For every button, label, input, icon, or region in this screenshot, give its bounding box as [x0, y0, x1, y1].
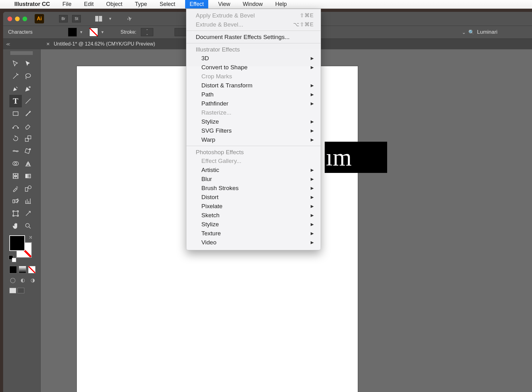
menu-item-blur[interactable]: Blur▶	[186, 174, 321, 184]
draw-inside-icon[interactable]: ◑	[29, 277, 36, 283]
width-tool[interactable]	[9, 145, 22, 157]
menu-app-name[interactable]: Illustrator CC	[12, 0, 52, 8]
menu-item-stylize[interactable]: Stylize▶	[186, 220, 321, 229]
zoom-tool[interactable]	[22, 220, 34, 232]
menu-item-warp[interactable]: Warp▶	[186, 135, 321, 144]
menu-help[interactable]: Help	[273, 0, 289, 8]
blend-tool[interactable]	[22, 182, 34, 195]
menu-file[interactable]: File	[60, 0, 74, 8]
menu-item-pixelate[interactable]: Pixelate▶	[186, 202, 321, 211]
menu-item-rasterize-[interactable]: Rasterize...	[186, 108, 321, 117]
rectangle-tool[interactable]	[9, 107, 22, 120]
color-mode-solid-icon[interactable]	[9, 266, 17, 273]
svg-point-13	[28, 186, 31, 189]
arrange-documents-icon[interactable]	[95, 16, 102, 22]
menu-item-3d[interactable]: 3D▶	[186, 54, 321, 63]
font-search-input[interactable]	[477, 29, 527, 35]
lasso-tool[interactable]	[22, 70, 34, 82]
shaper-tool[interactable]	[9, 120, 22, 132]
document-tab[interactable]: ✕ Untitled-1* @ 124.62% (CMYK/GPU Previe…	[41, 39, 160, 49]
stroke-weight-field[interactable]: ⌃⌄	[141, 28, 153, 36]
free-transform-tool[interactable]	[22, 145, 34, 157]
type-tool[interactable]: T	[9, 95, 22, 107]
gradient-tool[interactable]	[22, 170, 34, 182]
direct-selection-tool[interactable]	[22, 57, 34, 70]
menu-item-distort-transform[interactable]: Distort & Transform▶	[186, 81, 321, 90]
column-graph-tool[interactable]	[22, 195, 34, 207]
selection-tool[interactable]	[9, 57, 22, 70]
menu-apply-last-effect[interactable]: Apply Extrude & Bevel⇧⌘E	[186, 11, 321, 20]
rotate-tool[interactable]	[9, 132, 22, 145]
menu-item-pathfinder[interactable]: Pathfinder▶	[186, 99, 321, 108]
shape-builder-tool[interactable]	[9, 157, 22, 170]
menu-window[interactable]: Window	[240, 0, 265, 8]
menu-item-distort[interactable]: Distort▶	[186, 193, 321, 202]
default-stroke-icon[interactable]	[12, 258, 16, 262]
menu-item-stylize[interactable]: Stylize▶	[186, 117, 321, 126]
menu-type[interactable]: Type	[132, 0, 150, 8]
menu-effect-gallery[interactable]: Effect Gallery...	[186, 156, 321, 165]
menu-item-brush-strokes[interactable]: Brush Strokes▶	[186, 184, 321, 193]
draw-normal-icon[interactable]: ◯	[9, 277, 16, 283]
menu-item-convert-to-shape[interactable]: Convert to Shape▶	[186, 63, 321, 72]
fill-swatch[interactable]: ▼	[68, 28, 85, 37]
menu-last-effect[interactable]: Extrude & Bevel...⌥⇧⌘E	[186, 20, 321, 29]
fill-caret-icon[interactable]: ▼	[77, 30, 85, 34]
magic-wand-tool[interactable]	[9, 70, 22, 82]
paintbrush-tool[interactable]	[22, 107, 34, 120]
submenu-arrow-icon: ▶	[311, 240, 314, 245]
stroke-caret-icon[interactable]: ▼	[99, 30, 106, 34]
menu-select[interactable]: Select	[157, 0, 178, 8]
svg-point-19	[26, 223, 29, 227]
mesh-tool[interactable]	[9, 170, 22, 182]
menu-edit[interactable]: Edit	[81, 0, 96, 8]
menu-item-sketch[interactable]: Sketch▶	[186, 211, 321, 220]
gpu-rocket-icon[interactable]: ✈	[126, 14, 133, 23]
slice-tool[interactable]	[22, 207, 34, 220]
panel-collapse-icon[interactable]: ≪	[3, 42, 13, 47]
arrange-caret-icon[interactable]: ▼	[106, 17, 114, 21]
text-object[interactable]: ım	[325, 142, 387, 173]
menu-item-crop-marks[interactable]: Crop Marks	[186, 72, 321, 81]
stroke-swatch[interactable]: ▼	[89, 28, 106, 37]
swap-fill-stroke-icon[interactable]: ⤭	[29, 235, 32, 240]
line-segment-tool[interactable]	[22, 95, 34, 107]
stock-button[interactable]: St	[72, 15, 81, 22]
menu-item-path[interactable]: Path▶	[186, 90, 321, 99]
illustrator-logo-icon: Ai	[35, 14, 44, 23]
menu-view[interactable]: View	[216, 0, 233, 8]
close-tab-icon[interactable]: ✕	[46, 42, 50, 47]
font-caret-icon[interactable]: ⌄	[462, 29, 466, 35]
svg-point-17	[17, 201, 18, 202]
screen-mode-row[interactable]	[9, 288, 40, 293]
draw-behind-icon[interactable]: ◐	[19, 277, 26, 283]
menu-item-video[interactable]: Video▶	[186, 238, 321, 247]
artboard-tool[interactable]	[9, 207, 22, 220]
menu-effect[interactable]: Effect	[185, 0, 208, 8]
zoom-window-icon[interactable]	[22, 17, 27, 21]
symbol-sprayer-tool[interactable]	[9, 195, 22, 207]
fill-stroke-indicator[interactable]: ⤭	[9, 235, 32, 258]
bridge-button[interactable]: Br	[59, 15, 68, 22]
color-mode-gradient-icon[interactable]	[19, 266, 26, 273]
menu-item-artistic[interactable]: Artistic▶	[186, 165, 321, 174]
submenu-arrow-icon: ▶	[311, 65, 314, 70]
menu-item-svg-filters[interactable]: SVG Filters▶	[186, 126, 321, 135]
menu-object[interactable]: Object	[104, 0, 125, 8]
color-mode-none-icon[interactable]	[28, 266, 36, 273]
tools-grip-icon[interactable]	[10, 51, 33, 55]
perspective-grid-tool[interactable]	[22, 157, 34, 170]
screen-mode-icon[interactable]	[9, 288, 16, 293]
stroke-label[interactable]: Stroke:	[121, 29, 136, 35]
pen-tool[interactable]	[9, 82, 22, 95]
curvature-tool[interactable]	[22, 82, 34, 95]
close-window-icon[interactable]	[7, 17, 12, 21]
scale-tool[interactable]	[22, 132, 34, 145]
menu-item-texture[interactable]: Texture▶	[186, 229, 321, 238]
eraser-tool[interactable]	[22, 120, 34, 132]
menu-doc-raster-settings[interactable]: Document Raster Effects Settings...	[186, 32, 321, 42]
minimize-window-icon[interactable]	[15, 17, 20, 21]
eyedropper-tool[interactable]	[9, 182, 22, 195]
hand-tool[interactable]	[9, 220, 22, 232]
fill-indicator-icon[interactable]	[9, 235, 25, 251]
